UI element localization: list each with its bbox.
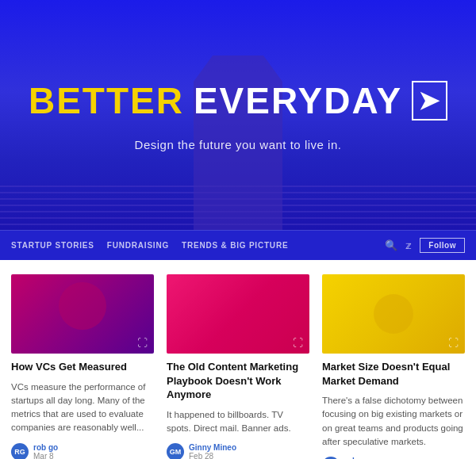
author-name: rob go [33, 443, 58, 452]
hero-subtitle: Design the future you want to live in. [135, 138, 342, 151]
expand-icon: ⛶ [448, 337, 459, 349]
expand-icon: ⛶ [137, 337, 148, 349]
article-thumbnail: ⛶ [167, 274, 309, 354]
article-card[interactable]: ⛶ Market Size Doesn't Equal Market Deman… [322, 274, 465, 459]
article-title: Market Size Doesn't Equal Market Demand [322, 360, 465, 388]
article-thumbnail: ⛶ [11, 274, 154, 354]
article-card[interactable]: ⛶ How VCs Get Measured VCs measure the p… [11, 274, 154, 459]
nav-actions: 🔍 𝕫 Follow [385, 238, 465, 253]
nav-startup-stories[interactable]: STARTUP STORIES [11, 241, 94, 250]
author-date: Mar 8 [33, 452, 58, 459]
author-avatar: RG [11, 443, 29, 459]
nav-trends[interactable]: TRENDS & BIG PICTURE [182, 241, 288, 250]
article-excerpt: VCs measure the performance of startups … [11, 381, 154, 435]
navbar: STARTUP STORIES FUNDRAISING TRENDS & BIG… [0, 230, 476, 260]
expand-icon: ⛶ [293, 337, 303, 349]
hero-title-everyday: EVERYDAY [194, 79, 402, 122]
send-icon: ➤ [412, 81, 447, 120]
hero-section: BETTER EVERYDAY ➤ Design the future you … [0, 0, 476, 230]
search-icon[interactable]: 🔍 [385, 239, 397, 251]
article-card[interactable]: ⛶ The Old Content Marketing Playbook Doe… [167, 274, 309, 459]
follow-button[interactable]: Follow [420, 238, 465, 253]
article-title: The Old Content Marketing Playbook Doesn… [167, 360, 309, 402]
twitter-icon[interactable]: 𝕫 [405, 239, 412, 251]
article-thumbnail: ⛶ [322, 274, 465, 354]
hero-title-better: BETTER [29, 79, 184, 122]
article-excerpt: There's a false dichotomy between focusi… [322, 394, 465, 449]
author-date: Feb 28 [189, 452, 236, 459]
article-title: How VCs Get Measured [11, 360, 154, 374]
author-info: Ginny Mineo Feb 28 [189, 443, 236, 459]
articles-section: ⛶ How VCs Get Measured VCs measure the p… [0, 260, 476, 459]
article-author: RG rob go Mar 8 [11, 443, 154, 459]
author-avatar: GM [167, 443, 184, 459]
articles-grid: ⛶ How VCs Get Measured VCs measure the p… [11, 274, 465, 459]
hero-title: BETTER EVERYDAY ➤ [29, 79, 447, 122]
article-author: GM Ginny Mineo Feb 28 [167, 443, 309, 459]
nav-fundraising[interactable]: FUNDRAISING [107, 241, 169, 250]
nav-links: STARTUP STORIES FUNDRAISING TRENDS & BIG… [11, 241, 385, 250]
author-info: rob go Mar 8 [33, 443, 58, 459]
author-name: Ginny Mineo [189, 443, 236, 452]
article-excerpt: It happened to billboards. TV spots. Dir… [167, 408, 309, 436]
